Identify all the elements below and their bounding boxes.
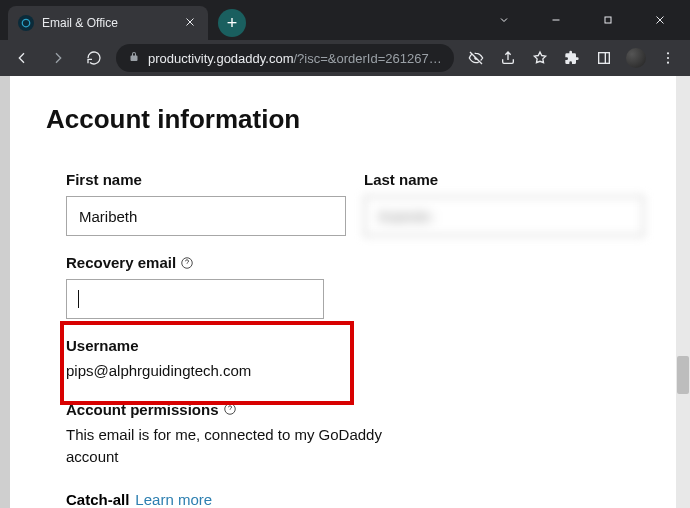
last-name-label: Last name: [364, 171, 644, 188]
profile-avatar[interactable]: [622, 44, 650, 72]
svg-rect-1: [605, 17, 611, 23]
tab-title: Email & Office: [42, 16, 174, 30]
catchall-row: Catch-all Learn more: [46, 491, 644, 508]
minimize-button[interactable]: [534, 5, 578, 35]
learn-more-link[interactable]: Learn more: [135, 491, 212, 508]
svg-rect-2: [599, 53, 610, 64]
browser-toolbar: productivity.godaddy.com/?isc=&orderId=2…: [0, 40, 690, 76]
svg-point-0: [22, 19, 30, 27]
lock-icon: [128, 51, 140, 66]
text-cursor: [78, 290, 79, 308]
username-label: Username: [66, 337, 644, 354]
scrollbar-track[interactable]: [676, 76, 690, 508]
close-window-button[interactable]: [638, 5, 682, 35]
viewport: Account information First name Last name…: [0, 76, 690, 508]
help-icon[interactable]: [180, 256, 194, 270]
svg-point-5: [667, 62, 669, 64]
browser-tab[interactable]: Email & Office: [8, 6, 208, 40]
permissions-value: This email is for me, connected to my Go…: [66, 424, 386, 469]
tab-close-button[interactable]: [182, 13, 198, 33]
back-button[interactable]: [8, 44, 36, 72]
tab-favicon: [18, 15, 34, 31]
maximize-button[interactable]: [586, 5, 630, 35]
help-icon[interactable]: [223, 402, 237, 416]
svg-point-4: [667, 57, 669, 59]
page-title: Account information: [46, 104, 644, 135]
permissions-label: Account permissions: [66, 401, 644, 418]
svg-point-3: [667, 52, 669, 54]
first-name-label: First name: [66, 171, 346, 188]
chevron-down-icon[interactable]: [482, 5, 526, 35]
tab-strip: Email & Office +: [0, 0, 246, 40]
eye-off-icon[interactable]: [462, 44, 490, 72]
bookmark-star-icon[interactable]: [526, 44, 554, 72]
catchall-label: Catch-all: [66, 491, 129, 508]
last-name-input[interactable]: [364, 196, 644, 236]
username-value: pips@alphrguidingtech.com: [66, 360, 386, 383]
page-content: Account information First name Last name…: [10, 76, 680, 508]
new-tab-button[interactable]: +: [218, 9, 246, 37]
share-icon[interactable]: [494, 44, 522, 72]
reload-button[interactable]: [80, 44, 108, 72]
scrollbar-thumb[interactable]: [677, 356, 689, 394]
extensions-icon[interactable]: [558, 44, 586, 72]
kebab-menu-icon[interactable]: [654, 44, 682, 72]
recovery-email-input[interactable]: [66, 279, 324, 319]
window-controls: [482, 5, 690, 35]
address-bar[interactable]: productivity.godaddy.com/?isc=&orderId=2…: [116, 44, 454, 72]
name-row: First name Last name: [66, 171, 644, 236]
panel-icon[interactable]: [590, 44, 618, 72]
first-name-input[interactable]: [66, 196, 346, 236]
recovery-email-label: Recovery email: [66, 254, 324, 271]
forward-button[interactable]: [44, 44, 72, 72]
window-titlebar: Email & Office +: [0, 0, 690, 40]
url-text: productivity.godaddy.com/?isc=&orderId=2…: [148, 51, 442, 66]
